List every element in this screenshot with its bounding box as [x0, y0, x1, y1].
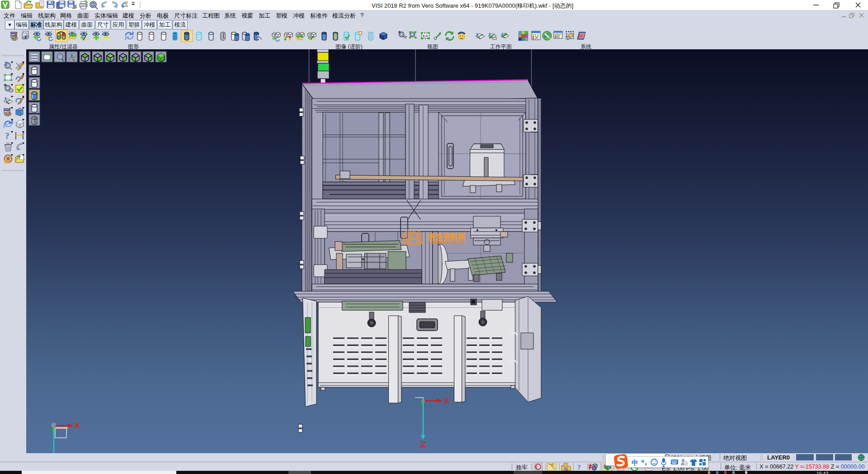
- svg-text:INTELLIGENT MANUFACTURING DATA: INTELLIGENT MANUFACTURING DATA: [428, 242, 465, 244]
- svg-text:7: 7: [685, 462, 687, 466]
- svg-text:智造资料网: 智造资料网: [427, 232, 465, 242]
- svg-text:中: 中: [632, 459, 638, 466]
- svg-text:?: ?: [5, 131, 9, 141]
- svg-text:1:1: 1:1: [423, 34, 428, 38]
- svg-text:?: ?: [577, 464, 581, 471]
